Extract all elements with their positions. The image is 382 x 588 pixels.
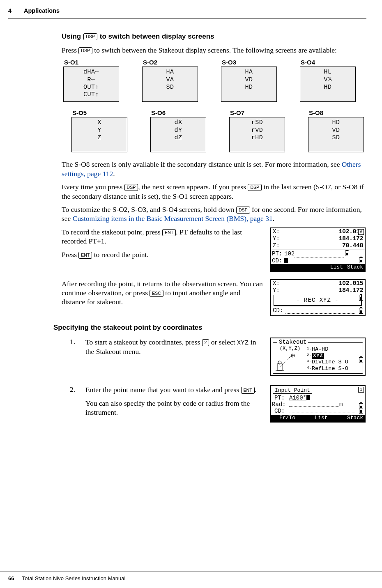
screen-line: SD [312, 134, 360, 142]
screen-line: R← [67, 76, 115, 84]
battery-icon [359, 357, 363, 363]
screen-line: HA [146, 69, 194, 76]
text: Every time you press [62, 183, 124, 191]
screen-box: HD VD SD [308, 117, 364, 152]
x-value: 102.015 [285, 280, 363, 287]
screen-line: rSD [233, 119, 281, 126]
x-label: X: [273, 228, 285, 235]
cd-label: CD: [274, 408, 289, 414]
screen-line: rVD [233, 127, 281, 134]
text: or select [209, 338, 237, 346]
screen-label: S-O2 [142, 59, 198, 66]
text: Enter the point name that you want to st… [85, 386, 241, 394]
text: . [255, 386, 256, 394]
step-number: 2. [70, 385, 79, 422]
screen-line: X [75, 119, 124, 126]
screen-line: HD [304, 84, 352, 91]
xyz-axis-label: (X,Y,Z) [275, 346, 305, 351]
cursor-icon [284, 258, 288, 263]
pt-value-text: A100* [289, 395, 306, 401]
menu-item-refline: 4.RefLine S-O [307, 365, 361, 372]
screen-line: HA [225, 69, 273, 76]
press-ent-paragraph: Press ENT to record the point. [62, 250, 265, 259]
screen-line: VA [146, 76, 194, 84]
customize-paragraph: To customize the S-O2, S-O3, and S-O4 sc… [62, 205, 366, 223]
screen-line: V% [304, 76, 352, 84]
text: To customize the S-O2, S-O3, and S-O4 sc… [62, 205, 236, 214]
screen-line: OUT↑ [67, 84, 115, 91]
text: , the next screen appears. If you press [138, 183, 248, 191]
battery-icon [359, 295, 363, 301]
screen-box: HL V% HD [300, 67, 356, 102]
screen-box: HA VA SD [142, 67, 198, 102]
y-label: Y: [273, 287, 285, 294]
screen-so1: S-O1 dHA← R← OUT↑ CUT↑ [63, 59, 119, 102]
screen-line: rHD [233, 134, 281, 142]
ent-key-icon: ENT [241, 387, 255, 394]
screen-so3: S-O3 HA VD HD [221, 59, 277, 102]
rad-unit: m [339, 401, 343, 408]
battery-icon [345, 250, 349, 256]
text: . [273, 214, 274, 223]
pt-input-field [310, 396, 347, 401]
screen-label: S-O5 [71, 109, 127, 116]
softkey-stack: Stack [347, 415, 363, 421]
dsp-key-icon: DSP [236, 207, 250, 214]
lcd-stakeout-menu: Stakeout (X,Y,Z) [270, 338, 366, 376]
softkey-stack: Stack [347, 264, 363, 271]
text: The S-O8 screen is only available if the… [62, 160, 342, 168]
text: To record the stakeout point, press [62, 228, 162, 236]
screen-line: HL [304, 69, 352, 76]
page-number: 66 [8, 575, 14, 581]
screen-so8: S-O8 HD VD SD [308, 109, 364, 152]
step2-paragraph-2: You can also specify the point by code o… [85, 399, 265, 417]
so8-note: The S-O8 screen is only available if the… [62, 160, 366, 178]
text: Press [62, 250, 78, 259]
pt-label: PT: [272, 250, 284, 257]
section-heading-dsp: Using DSP to switch between display scre… [62, 32, 366, 41]
heading-text-post: to switch between display screens [100, 32, 214, 41]
rec-xyz-banner: - REC XYZ - [274, 295, 362, 306]
y-value: 184.172 [285, 287, 363, 294]
rad-input-field [289, 401, 338, 407]
record-paragraph: To record the stakeout point, press ENT.… [62, 227, 265, 246]
screen-box: dHA← R← OUT↑ CUT↑ [63, 67, 119, 102]
cursor-icon [306, 395, 310, 400]
screen-label: S-O7 [229, 109, 285, 116]
screen-so6: S-O6 dX dY dZ [150, 109, 206, 152]
menu-title: Stakeout [277, 339, 308, 345]
after-record-paragraph: After recording the point, it returns to… [62, 279, 265, 307]
section-heading-coords: Specifying the stakeout point by coordin… [53, 324, 366, 332]
manual-title: Total Station Nivo Series Instruction Ma… [22, 575, 125, 581]
bms-link[interactable]: Customizing items in the Basic Measureme… [73, 214, 273, 223]
text: to record the point. [92, 250, 149, 259]
menu-items-list: 1.HA-HD 2.XYZ 3.DivLine S-O 4.RefLine S-… [307, 346, 361, 372]
battery-icon [359, 308, 363, 314]
screen-line: dX [154, 119, 203, 126]
softkey-list: List [330, 264, 343, 271]
display-screens-row-2: S-O5 X Y Z S-O6 dX dY dZ S-O7 rSD [71, 109, 366, 152]
step-number: 1. [70, 338, 79, 376]
lcd-rec-xyz: X:102.015 Y:184.172 - REC XYZ - CD: [270, 279, 366, 317]
text: . [113, 170, 115, 178]
screen-line: HD [225, 84, 273, 91]
page-header: 4 Applications [8, 7, 366, 18]
svg-line-0 [280, 356, 291, 367]
screen-line: dZ [154, 134, 203, 142]
screen-line: dY [154, 127, 203, 134]
screen-box: dX dY dZ [150, 117, 206, 152]
two-key-icon: 2 [202, 339, 209, 346]
pt-input-field [295, 252, 344, 257]
lcd-record-point: A X:102.015 Y:184.172 Z:70.448 PT: 102 C… [270, 227, 366, 272]
esc-key-icon: ESC [150, 290, 163, 297]
mode-badge: A [358, 229, 364, 235]
dsp-key-icon: DSP [83, 33, 97, 40]
softkey-frto: Fr/To [279, 415, 295, 421]
z-value: 70.448 [285, 242, 363, 249]
lcd-input-point: 1 Input Point PT: A100* Rad: m [270, 385, 366, 422]
ent-key-icon: ENT [162, 229, 176, 236]
dsp-key-icon: DSP [124, 184, 138, 191]
screen-line: HD [312, 119, 360, 126]
screen-label: S-O4 [300, 59, 356, 66]
battery-icon [359, 403, 363, 409]
